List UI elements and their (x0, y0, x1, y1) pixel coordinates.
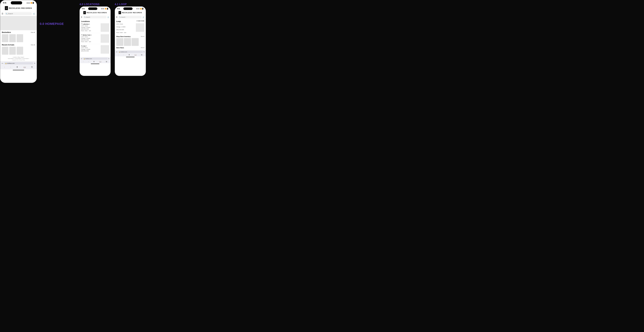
bestsellers-viewall[interactable]: View all (31, 32, 35, 33)
refresh-icon-loop[interactable]: ↻ (144, 51, 145, 53)
forward-icon-locations[interactable]: › (88, 61, 89, 63)
search-wrap-locations[interactable]: 🔍 (83, 16, 106, 18)
home-indicator-bar-locations (91, 64, 99, 64)
store-news-viewall[interactable]: View all (141, 47, 144, 49)
loop-addr1: 123 N. Street (116, 23, 135, 25)
url-pill-locations[interactable]: 🔒 reckless.com (83, 58, 108, 60)
signal-icon-loop: ●●●● (136, 8, 140, 10)
forward-icon-main[interactable]: › (10, 66, 11, 68)
loop-address2: Chicago, IL 00000 (81, 49, 100, 50)
back-icon-main[interactable]: ‹ (4, 66, 5, 68)
tabs-icon-loop[interactable]: ⧉ (141, 54, 142, 56)
shop-inventory-header: Shop Store Inventory View all (116, 36, 144, 37)
search-icon-locations: 🔍 (84, 17, 86, 18)
search-input-locations[interactable] (86, 16, 106, 18)
refresh-icon-main[interactable]: ↻ (34, 63, 35, 64)
signal-icon-loc: ●●●● (101, 8, 104, 10)
store-news-header: Store News View all (116, 47, 144, 49)
shop-inventory-section: Shop Store Inventory View all (116, 36, 144, 46)
search-input-loop[interactable] (121, 16, 141, 18)
tabs-icon-main[interactable]: ⧉ (31, 66, 33, 68)
browser-aa-locations[interactable]: AA (81, 58, 82, 59)
wickerpark-label: ♡ Wicker Park > (81, 34, 92, 36)
cart-icon-locations[interactable]: 🛒 (107, 16, 110, 18)
forward-icon-loop[interactable]: › (123, 54, 124, 56)
back-icon-locations[interactable]: ‹ (83, 61, 84, 63)
app-footer-main: Locations | Blog | Support Social Media … (0, 55, 37, 61)
search-input-main[interactable] (8, 13, 31, 15)
browser-aa-main[interactable]: AA (2, 63, 3, 64)
lock-icon-main: 🔒 (5, 63, 7, 64)
home-indicator-loop (115, 56, 146, 58)
shop-inventory-viewall[interactable]: View all (141, 36, 144, 37)
logo-loop: R RECKLESS RECORDS (118, 11, 142, 14)
location-info-wickerpark: ♡ Wicker Park > 123 N. Street Chicago, I… (81, 34, 100, 43)
locations-phone: 9:41 ●●●● 📶 ▊ R RECKLESS RECORDS (80, 7, 111, 76)
product-thumb-5 (9, 47, 16, 55)
loop-address-block: 123 N. Street Chicago, IL 00000 (000) 00… (116, 23, 135, 35)
bookmarks-icon-loop[interactable]: 📖 (134, 54, 136, 56)
loop-addr2: Chicago, IL 00000 (116, 26, 135, 28)
shop-thumb-3 (132, 38, 139, 46)
logo-text-locations: RECKLESS RECORDS (87, 12, 107, 14)
status-bar-locations: 9:41 ●●●● 📶 ▊ (80, 7, 110, 10)
loop-panel-col: 4.1 LOOP 9:41 ●●●● 📶 ▊ R RECKLES (115, 3, 146, 76)
wickerpark-hours: Hours: 10am – 7pm (81, 41, 100, 43)
url-text-loop: reckless.com (120, 51, 127, 53)
main-container: 9:41 ●●●● 📶 ▊ R RECKLESS RECORDS ☰ (0, 0, 161, 83)
browser-nav-main: ‹ › ⬆ 📖 ⧉ (0, 65, 37, 69)
recent-arrivals-grid (2, 47, 35, 55)
footer-links-main: Locations | Blog | Support (2, 57, 35, 58)
time-loop: 9:41 (117, 8, 120, 10)
cart-icon-loop[interactable]: 🛒 (142, 16, 145, 18)
location-info-lakeview: ♡ Lakeview > 123 N. Street Chicago, IL 0… (81, 23, 100, 32)
recent-arrivals-section: Recent Arrivals View all (0, 43, 37, 55)
search-icon-loop: 🔍 (119, 17, 121, 18)
status-bar-main: 9:41 ●●●● 📶 ▊ (0, 0, 37, 5)
app-header-main: R RECKLESS RECORDS (0, 5, 37, 11)
url-pill-loop[interactable]: 🔒 reckless.com (118, 51, 143, 53)
wifi-icon-loop: 📶 (140, 8, 142, 10)
refresh-icon-locations[interactable]: ↻ (108, 58, 110, 60)
bookmarks-icon-main[interactable]: 📖 (24, 66, 26, 68)
tabs-icon-locations[interactable]: ⧉ (106, 61, 107, 63)
loop-phone: 9:41 ●●●● 📶 ▊ R RECKLESS RECORDS (115, 7, 146, 76)
homepage-label: 0.0 HOMEPAGE (40, 22, 64, 26)
status-time-main: 9:41 (3, 2, 6, 4)
browser-aa-loop[interactable]: AA (116, 51, 118, 53)
location-item-loop[interactable]: ♥ Loop > 123 N. Street Chicago, IL 00000… (81, 45, 109, 55)
home-indicator-locations (80, 63, 110, 65)
bookmarks-icon-locations[interactable]: 📖 (99, 61, 101, 63)
lakeview-phone: (000) 000-0000 (81, 28, 100, 30)
location-item-wickerpark[interactable]: ♡ Wicker Park > 123 N. Street Chicago, I… (81, 34, 109, 44)
menu-icon-main[interactable]: ☰ (2, 13, 4, 15)
recent-arrivals-title: Recent Arrivals (2, 44, 14, 46)
url-pill-main[interactable]: 🔒 reckless.com (4, 62, 33, 65)
dynamic-island-locations (88, 8, 97, 10)
recent-arrivals-header: Recent Arrivals View all (2, 44, 35, 46)
share-icon-main[interactable]: ⬆ (16, 66, 18, 68)
product-thumb-3 (16, 34, 23, 42)
status-bar-loop: 9:41 ●●●● 📶 ▊ (115, 7, 146, 10)
location-name-lakeview: ♡ Lakeview > (81, 23, 100, 25)
lakeview-image (101, 23, 109, 32)
share-icon-loop[interactable]: ⬆ (128, 54, 130, 56)
cart-icon-main[interactable]: 🛒 (33, 13, 35, 15)
share-icon-locations[interactable]: ⬆ (93, 61, 95, 63)
wifi-icon: 📶 (30, 2, 32, 4)
search-wrap-main[interactable]: 🔍 (4, 12, 32, 15)
back-icon-loop[interactable]: ‹ (118, 54, 119, 56)
bestsellers-section: Bestsellers View all (0, 30, 37, 43)
logo-icon-main: R (5, 6, 8, 10)
location-info-loop: ♥ Loop > 123 N. Street Chicago, IL 00000… (81, 45, 100, 54)
location-item-lakeview[interactable]: ♡ Lakeview > 123 N. Street Chicago, IL 0… (81, 23, 109, 33)
recent-arrivals-viewall[interactable]: View all (31, 44, 35, 46)
locations-content: Locations ♡ Lakeview > 123 N. Street Chi… (80, 19, 110, 57)
logo-icon-locations: R (83, 11, 86, 14)
browser-nav-loop: ‹ › ⬆ 📖 ⧉ (115, 53, 146, 56)
menu-icon-locations[interactable]: ☰ (81, 16, 82, 18)
loop-phone: (000) 000-0000 (81, 50, 100, 52)
search-wrap-loop[interactable]: 🔍 (118, 16, 142, 18)
lakeview-address1: 123 N. Street (81, 25, 100, 27)
menu-icon-loop[interactable]: ☰ (116, 16, 118, 18)
